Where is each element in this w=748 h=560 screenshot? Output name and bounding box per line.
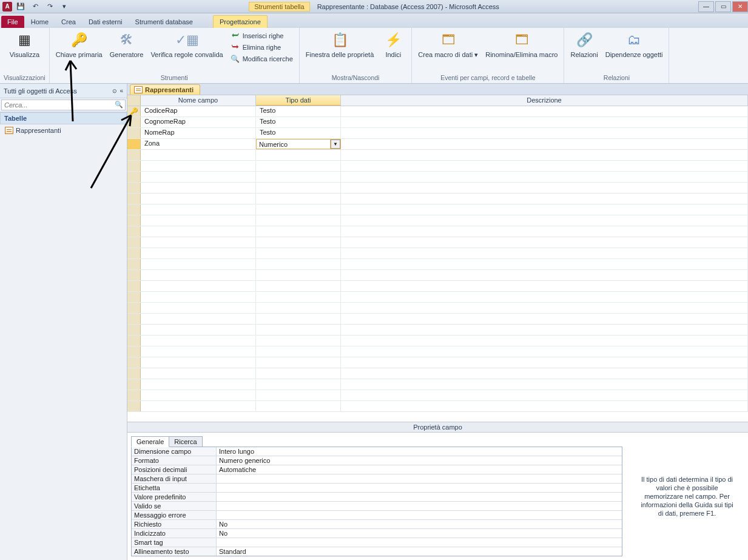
property-row[interactable]: RichiestoNo [132,520,622,529]
cell-nome-campo[interactable] [141,194,256,204]
cell-descrizione[interactable] [341,292,748,302]
cell-descrizione[interactable] [341,390,748,400]
cell-descrizione[interactable] [341,117,748,127]
field-row[interactable] [127,150,748,161]
property-value[interactable]: No [217,529,622,538]
cell-tipo-dati[interactable]: Testo [256,128,341,138]
cell-descrizione[interactable] [341,194,748,204]
property-row[interactable]: Allineamento testoStandard [132,547,622,556]
cell-descrizione[interactable] [341,226,748,237]
cell-tipo-dati[interactable] [256,314,341,324]
cell-descrizione[interactable] [341,204,748,215]
col-header-descrizione[interactable]: Descrizione [341,95,748,106]
cell-tipo-dati[interactable] [256,150,341,160]
col-header-tipo-dati[interactable]: Tipo dati [256,95,341,106]
search-icon[interactable]: 🔍 [115,101,123,109]
field-row[interactable] [127,281,748,292]
field-row[interactable] [127,401,748,412]
indici-button[interactable]: ⚡ Indici [379,29,408,59]
row-selector[interactable] [127,139,141,149]
tab-strumenti-database[interactable]: Strumenti database [129,16,199,28]
property-value[interactable] [217,474,622,483]
cell-tipo-dati[interactable] [256,368,341,379]
row-selector[interactable]: 🔑 [127,106,141,116]
field-row[interactable]: 🔑CodiceRapTesto [127,106,748,117]
tipo-dati-value[interactable]: Numerico [257,140,331,149]
cell-nome-campo[interactable] [141,336,256,346]
verifica-regole-button[interactable]: ✓▦ Verifica regole convalida [148,29,225,59]
row-selector[interactable] [127,248,141,258]
row-selector[interactable] [127,292,141,302]
property-row[interactable]: Valore predefinito [132,493,622,502]
cell-tipo-dati[interactable] [256,183,341,193]
relazioni-button[interactable]: 🔗 Relazioni [568,29,600,59]
tab-home[interactable]: Home [25,16,55,28]
cell-tipo-dati[interactable] [256,281,341,291]
row-selector[interactable] [127,204,141,215]
cell-tipo-dati[interactable] [256,292,341,302]
visualizza-button[interactable]: ▦ Visualizza [7,29,42,59]
cell-descrizione[interactable] [341,314,748,324]
cell-tipo-dati[interactable] [256,161,341,171]
row-selector[interactable] [127,314,141,324]
row-selector[interactable] [127,194,141,204]
doc-tab-rappresentanti[interactable]: Rappresentanti [130,84,200,95]
row-selector[interactable] [127,368,141,379]
chiave-primaria-button[interactable]: 🔑 Chiave primaria [53,29,105,59]
cell-nome-campo[interactable] [141,172,256,182]
tipo-dati-dropdown-button[interactable]: ▼ [331,140,340,149]
maximize-button[interactable]: ▭ [715,1,731,12]
field-row[interactable] [127,270,748,281]
row-selector[interactable] [127,336,141,346]
field-row[interactable] [127,183,748,194]
dipendenze-oggetti-button[interactable]: 🗂 Dipendenze oggetti [603,29,665,59]
cell-nome-campo[interactable] [141,292,256,302]
property-row[interactable]: Maschera di input [132,474,622,484]
field-row[interactable] [127,237,748,248]
cell-descrizione[interactable] [341,172,748,182]
cell-nome-campo[interactable] [141,325,256,335]
finestra-proprieta-button[interactable]: 📋 Finestra delle proprietà [303,29,377,59]
cell-descrizione[interactable] [341,161,748,171]
cell-tipo-dati[interactable] [256,226,341,237]
cell-tipo-dati[interactable]: Testo [256,106,341,116]
row-selector[interactable] [127,259,141,269]
cell-descrizione[interactable] [341,150,748,160]
field-row[interactable] [127,292,748,303]
field-row[interactable] [127,346,748,357]
row-selector[interactable] [127,117,141,127]
cell-nome-campo[interactable] [141,237,256,248]
col-header-nome-campo[interactable]: Nome campo [141,95,256,106]
property-value[interactable]: No [217,520,622,528]
cell-nome-campo[interactable]: Zona [141,139,256,149]
cell-tipo-dati[interactable] [256,346,341,357]
cell-tipo-dati[interactable] [256,379,341,390]
search-input[interactable] [1,100,126,110]
property-row[interactable]: Dimensione campoIntero lungo [132,447,622,456]
field-row[interactable] [127,248,748,259]
field-row[interactable]: NomeRapTesto [127,128,748,139]
cell-descrizione[interactable] [341,237,748,248]
row-selector[interactable] [127,346,141,357]
cell-nome-campo[interactable] [141,379,256,390]
cell-nome-campo[interactable] [141,215,256,226]
cell-tipo-dati[interactable]: Numerico▼ [256,139,341,149]
cell-nome-campo[interactable] [141,150,256,160]
cell-tipo-dati[interactable] [256,325,341,335]
cell-descrizione[interactable] [341,270,748,280]
cell-nome-campo[interactable] [141,161,256,171]
field-row[interactable] [127,259,748,270]
row-selector[interactable] [127,325,141,335]
row-selector[interactable] [127,357,141,368]
elimina-righe-button[interactable]: ⮩Elimina righe [228,42,295,53]
field-row[interactable] [127,368,748,379]
property-value[interactable] [217,484,622,492]
row-selector[interactable] [127,379,141,390]
cell-nome-campo[interactable]: NomeRap [141,128,256,138]
cell-tipo-dati[interactable] [256,237,341,248]
cell-descrizione[interactable] [341,336,748,346]
cell-nome-campo[interactable] [141,270,256,280]
cell-tipo-dati[interactable] [256,248,341,258]
tab-dati-esterni[interactable]: Dati esterni [83,16,129,28]
cell-nome-campo[interactable]: CognomeRap [141,117,256,127]
